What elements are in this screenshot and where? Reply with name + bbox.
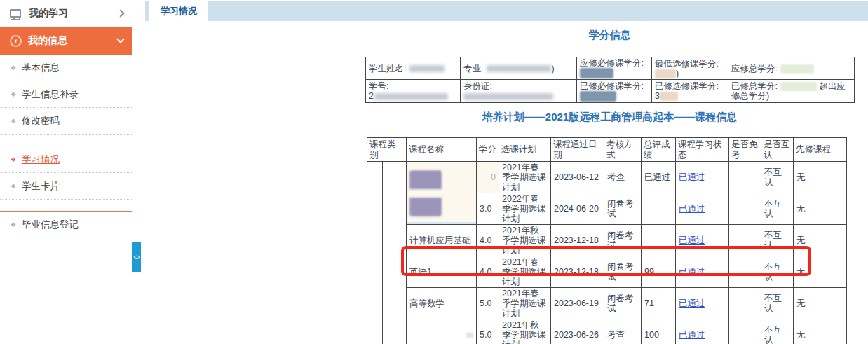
status-link[interactable]: 已通过 bbox=[679, 298, 705, 308]
value-fragment: 2 bbox=[369, 91, 374, 101]
plan-cell: 2022年春季学期选课计划 bbox=[499, 193, 551, 225]
total-credits-due-cell: 应修总学分: bbox=[728, 57, 855, 80]
redacted-course-name bbox=[409, 198, 442, 216]
status-link[interactable]: 已通过 bbox=[679, 267, 705, 277]
sidebar-item-change-password[interactable]: ❖ 修改密码 bbox=[0, 108, 132, 135]
credit-cell: 5.0 bbox=[477, 288, 499, 319]
redacted-value bbox=[780, 64, 814, 74]
score-cell: 已通过 bbox=[642, 162, 676, 193]
field-label: 最低选修课学分: bbox=[655, 59, 719, 69]
col-header: 课程通过日期 bbox=[551, 138, 604, 162]
status-link[interactable]: 已通过 bbox=[679, 235, 705, 245]
col-header: 先修课程 bbox=[794, 138, 847, 162]
credit-cell: 5.0 bbox=[477, 319, 499, 344]
status-cell: 已通过 bbox=[676, 256, 729, 288]
status-link[interactable]: 已通过 bbox=[679, 204, 705, 214]
col-header: 是否互认 bbox=[761, 138, 794, 162]
col-header: 总评成绩 bbox=[642, 138, 676, 162]
sidebar-item-label: 学习情况 bbox=[22, 153, 60, 166]
status-link[interactable]: 已通过 bbox=[679, 172, 705, 182]
sidebar-item-learning-status[interactable]: ❖ 学习情况 bbox=[0, 146, 132, 173]
exam-type-cell: 考查 bbox=[604, 162, 642, 193]
prereq-cell: 无 bbox=[794, 225, 847, 256]
exam-type-cell: 闭卷考试 bbox=[604, 225, 642, 256]
mutual-cell: 不互认 bbox=[761, 162, 794, 193]
exam-type-cell: 闭卷考试 bbox=[604, 288, 642, 319]
sidebar-collapse-handle[interactable]: <> bbox=[132, 242, 141, 272]
prereq-cell: 无 bbox=[794, 288, 847, 319]
table-row: 公共必修 0 2021年春季学期选课计划 2023-06-12 考查 已通过 已… bbox=[367, 162, 847, 193]
student-id-cell: 学号: 2 bbox=[366, 80, 461, 103]
prereq-cell: 无 bbox=[794, 256, 847, 288]
field-label: 应修必修课学分: bbox=[580, 58, 644, 68]
sidebar-item-label: 学生信息补录 bbox=[22, 88, 79, 101]
min-elective-credits-cell: 最低选修课学分: ) bbox=[652, 57, 728, 80]
redacted-course-name bbox=[409, 170, 442, 189]
sidebar-item-info-supplement[interactable]: ❖ 学生信息补录 bbox=[0, 81, 132, 108]
redacted-value bbox=[409, 65, 445, 72]
score-cell: 100 bbox=[642, 319, 676, 344]
sidebar-item-student-card[interactable]: ❖ 学生卡片 bbox=[0, 173, 132, 200]
value-fragment: ) bbox=[676, 69, 679, 78]
tab-strip: 学习情况 bbox=[145, 1, 868, 21]
score-cell: 99 bbox=[642, 256, 676, 288]
sidebar-item-my-info[interactable]: i 我的信息 bbox=[0, 27, 132, 55]
required-credits-due-cell: 应修必修课学分: bbox=[577, 57, 652, 80]
exam-type-cell: 闭卷考试 bbox=[604, 256, 642, 288]
sidebar-item-label: 修改密码 bbox=[22, 115, 60, 128]
col-header: 课程类别 bbox=[367, 138, 407, 162]
total-credits-earned-cell: 已修总学分: 超出应修总学分) bbox=[728, 80, 855, 103]
category-cell: 公共必修 bbox=[383, 162, 407, 344]
redacted-course-name bbox=[466, 333, 473, 338]
sidebar-item-graduation-registration[interactable]: ❖ 毕业信息登记 bbox=[0, 212, 132, 238]
category-group-cell bbox=[367, 162, 383, 344]
table-row: 计算机应用基础 4.0 2021年秋季学期选课计划 2023-12-18 闭卷考… bbox=[367, 225, 847, 256]
course-name-cell bbox=[407, 193, 477, 225]
prereq-cell: 无 bbox=[794, 319, 847, 344]
prereq-cell: 无 bbox=[794, 193, 847, 225]
pass-date-cell: 2023-06-26 bbox=[551, 319, 604, 344]
student-name-cell: 学生姓名: bbox=[366, 57, 461, 80]
major-cell: 专业:) bbox=[461, 57, 577, 80]
table-row: 3.0 2022年春季学期选课计划 2024-06-20 闭卷考试 已通过 不互… bbox=[367, 193, 847, 225]
value-fragment: ) bbox=[551, 64, 554, 74]
col-header: 考核方式 bbox=[604, 138, 642, 162]
tab-learning-status[interactable]: 学习情况 bbox=[149, 1, 208, 21]
redacted-value bbox=[463, 93, 553, 100]
diamond-bullet-icon: ❖ bbox=[11, 156, 16, 163]
status-link[interactable]: 已通过 bbox=[679, 330, 705, 340]
pass-date-cell: 2023-12-18 bbox=[551, 256, 604, 288]
course-table-title: 培养计划——2021版远程工商管理高起本——课程信息 bbox=[365, 111, 854, 124]
sidebar-item-basic-info[interactable]: ❖ 基本信息 bbox=[0, 55, 132, 81]
credit-cell: 3.0 bbox=[477, 193, 499, 225]
exam-type-cell: 考查 bbox=[604, 319, 642, 344]
pass-date-cell: 2023-06-19 bbox=[551, 288, 604, 319]
sidebar-item-my-learning[interactable]: 我的学习 bbox=[0, 0, 132, 27]
id-card-cell: 身份证: bbox=[461, 80, 577, 103]
redacted-value bbox=[660, 92, 678, 101]
exempt-cell bbox=[729, 256, 761, 288]
field-label: 应修总学分: bbox=[731, 64, 778, 74]
status-cell: 已通过 bbox=[676, 162, 729, 193]
required-credits-earned-cell: 已修必修课学分: bbox=[577, 80, 652, 103]
redacted-value bbox=[655, 69, 676, 78]
mutual-cell: 不互认 bbox=[761, 288, 794, 319]
credit-cell: 0 bbox=[477, 162, 499, 193]
course-name-cell bbox=[407, 162, 477, 193]
diamond-bullet-icon: ❖ bbox=[11, 183, 16, 190]
table-row: 英语1 4.0 2021年春季学期选课计划 2023-12-18 闭卷考试 99… bbox=[367, 256, 847, 288]
col-header: 课程学习状态 bbox=[676, 138, 729, 162]
status-cell: 已通过 bbox=[676, 225, 729, 256]
diamond-bullet-icon: ❖ bbox=[11, 91, 16, 98]
score-cell bbox=[642, 193, 676, 225]
pass-date-cell: 2023-12-18 bbox=[551, 225, 604, 256]
sidebar-item-label: 学生卡片 bbox=[22, 180, 60, 193]
exempt-cell bbox=[729, 319, 761, 344]
plan-cell: 2021年秋季学期选课计划 bbox=[499, 319, 551, 344]
redacted-value bbox=[487, 65, 551, 72]
field-label: 学号: bbox=[369, 81, 388, 91]
redacted-value bbox=[374, 93, 448, 100]
info-icon: i bbox=[10, 35, 22, 47]
redacted-value bbox=[780, 82, 817, 91]
table-row: 学生姓名: 专业:) 应修必修课学分: 最低选修课学分: ) 应修总学分: bbox=[366, 57, 855, 80]
